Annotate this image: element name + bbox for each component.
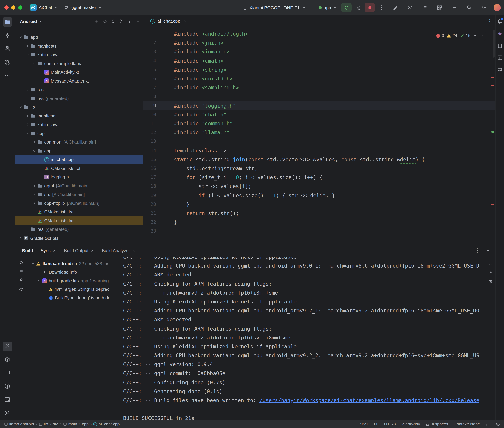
tool-window-button-gemini[interactable]: [496, 30, 504, 37]
tree-item-cpp[interactable]: cpp: [15, 129, 143, 138]
code-line-5[interactable]: 5#include <string>: [143, 66, 495, 74]
chevron-down-icon[interactable]: [25, 53, 31, 57]
tree-item-buildtype-debug-is-both-de[interactable]: BuildType 'debug' is both de: [27, 294, 123, 302]
code-line-9[interactable]: 9#include "logging.h": [143, 101, 495, 110]
tree-item-app[interactable]: app: [15, 33, 143, 42]
previous-problem-icon[interactable]: [473, 33, 477, 38]
project-header-expand-all-button[interactable]: [111, 19, 116, 24]
tree-item-mainactivity-kt[interactable]: KMainActivity.kt: [15, 68, 143, 77]
chevron-right-icon[interactable]: [32, 184, 37, 188]
tool-window-button-notifications[interactable]: [496, 18, 504, 25]
extensions-button[interactable]: [434, 3, 445, 12]
hide-panel-icon[interactable]: [486, 248, 490, 253]
tree-item-cmakelists-txt[interactable]: CMakeLists.txt: [15, 164, 143, 173]
project-header-collapse-all-button[interactable]: [119, 19, 124, 24]
breadcrumb-item-cpp[interactable]: cpp: [82, 422, 89, 427]
tree-item-src[interactable]: src[AiChat.lib.main]: [15, 190, 143, 199]
build-toolbar-pin-button[interactable]: [19, 278, 24, 282]
tree-item-com-example-llama[interactable]: com.example.llama: [15, 59, 143, 68]
context-widget[interactable]: Context: None: [454, 422, 480, 427]
chevron-down-icon[interactable]: [25, 132, 31, 135]
code-line-19[interactable]: 19 if (i < values.size() - 1) { str << d…: [143, 191, 495, 200]
tree-item-manifests[interactable]: manifests: [15, 42, 143, 50]
chevron-right-icon[interactable]: [32, 193, 37, 197]
inspections-widget[interactable]: 3 24 15: [434, 31, 486, 41]
code-line-22[interactable]: 22}: [143, 218, 495, 227]
build-tab-build-analyzer[interactable]: Build Analyzer: [102, 248, 136, 253]
close-tab-icon[interactable]: [53, 248, 56, 252]
next-problem-icon[interactable]: [479, 33, 483, 38]
error-stripe-mark[interactable]: [491, 85, 494, 86]
chevron-down-icon[interactable]: [30, 262, 36, 265]
console-clear-button[interactable]: [488, 279, 493, 284]
code-line-4[interactable]: 4#include <cmath>: [143, 56, 495, 65]
search-button[interactable]: [464, 3, 474, 12]
code-line-20[interactable]: 20 }: [143, 200, 495, 209]
code-line-13[interactable]: 13: [143, 137, 495, 146]
chevron-right-icon[interactable]: [25, 114, 31, 118]
code-line-16[interactable]: 16 std::ostringstream str;: [143, 164, 495, 173]
error-stripe-mark[interactable]: [491, 77, 494, 78]
breadcrumb-item-lib[interactable]: lib: [39, 422, 48, 427]
tree-item-gradle-scripts[interactable]: GGradle Scripts: [15, 234, 143, 243]
breadcrumb-item-src[interactable]: src: [53, 422, 58, 427]
tool-window-button-structure[interactable]: [3, 44, 12, 53]
tree-item-cmakelists-txt[interactable]: CMakeLists.txt: [15, 208, 143, 216]
build-toolbar-refresh-button[interactable]: [19, 260, 24, 265]
branch-selector[interactable]: ggml-master: [62, 3, 105, 11]
error-stripe-mark[interactable]: [491, 204, 494, 205]
close-tab-icon[interactable]: [132, 248, 136, 252]
tree-item-ai-chat-cpp[interactable]: Cai_chat.cpp: [15, 155, 143, 164]
code-line-11[interactable]: 11#include "common.h": [143, 119, 495, 128]
tool-window-button-commit[interactable]: [3, 31, 12, 40]
status-indicator-icon[interactable]: [495, 422, 500, 426]
close-window-button[interactable]: [4, 5, 9, 9]
tree-item-jvmtarget-string-is-deprec[interactable]: 'jvmTarget: String' is deprec: [27, 285, 123, 294]
project-selector[interactable]: AC AiChat: [27, 3, 61, 12]
code-line-17[interactable]: 17 for (size_t i = 0; i < values.size();…: [143, 173, 495, 182]
build-panel-options-icon[interactable]: ⋮: [475, 247, 480, 254]
run-button[interactable]: [342, 3, 352, 12]
project-view-selector[interactable]: Android: [20, 19, 37, 24]
code-line-15[interactable]: 15static std::string join(const std::vec…: [143, 155, 495, 164]
chevron-right-icon[interactable]: [32, 201, 37, 205]
tree-item-lib[interactable]: lib: [15, 103, 143, 112]
tree-item-res[interactable]: res(generated): [15, 94, 143, 103]
build-toolbar-eye-button[interactable]: [19, 287, 24, 292]
build-tab-sync[interactable]: Sync: [41, 248, 56, 253]
ai-actions-button[interactable]: [390, 3, 401, 12]
tool-window-button-problems[interactable]: [3, 381, 12, 391]
code-line-14[interactable]: 14template<class T>: [143, 146, 495, 155]
code-line-7[interactable]: 7#include <sampling.h>: [143, 83, 495, 92]
tool-window-button-packages[interactable]: [3, 355, 12, 364]
task-list-button[interactable]: [420, 3, 430, 12]
chevron-down-icon[interactable]: [18, 35, 24, 39]
tool-window-button-running-devices[interactable]: [3, 368, 12, 378]
chevron-down-icon[interactable]: [18, 105, 24, 109]
project-header-hide-button[interactable]: [136, 19, 140, 24]
chevron-down-icon[interactable]: [36, 279, 42, 283]
chevron-down-icon[interactable]: [32, 149, 37, 153]
tree-item-cpp-httplib[interactable]: cpp-httplib[AiChat.lib.main]: [15, 199, 143, 208]
editor-scrollbar[interactable]: [492, 30, 495, 58]
tool-window-button-app-insights[interactable]: [496, 66, 504, 73]
tool-window-button-more-horizontal[interactable]: [3, 71, 12, 80]
editor-tab-ai-chat-cpp[interactable]: C ai_chat.cpp: [147, 15, 190, 27]
clang-tidy-widget[interactable]: .clang-tidy: [401, 422, 420, 427]
tree-item-download-info[interactable]: Download info: [27, 268, 123, 276]
line-separator-widget[interactable]: LF: [374, 422, 379, 427]
tool-window-button-device-manager[interactable]: [496, 42, 504, 49]
tree-item-llama-android-fi[interactable]: llama.android: fi22 sec, 583 ms: [27, 259, 123, 268]
chevron-right-icon[interactable]: [18, 236, 24, 240]
indent-widget[interactable]: 4 spaces: [426, 422, 448, 427]
tool-window-button-project[interactable]: [3, 17, 12, 27]
minimize-window-button[interactable]: [11, 5, 16, 9]
close-tab-icon[interactable]: [183, 19, 187, 23]
tree-item-cmakelists-txt[interactable]: CMakeLists.txt: [15, 216, 143, 225]
code-line-3[interactable]: 3#include <iomanip>: [143, 48, 495, 56]
chevron-right-icon[interactable]: [25, 88, 31, 92]
share-button[interactable]: [449, 3, 459, 12]
code-line-12[interactable]: 12#include "llama.h": [143, 128, 495, 137]
build-panel-title[interactable]: Build: [22, 248, 33, 253]
project-header-plus-button[interactable]: [94, 19, 99, 24]
